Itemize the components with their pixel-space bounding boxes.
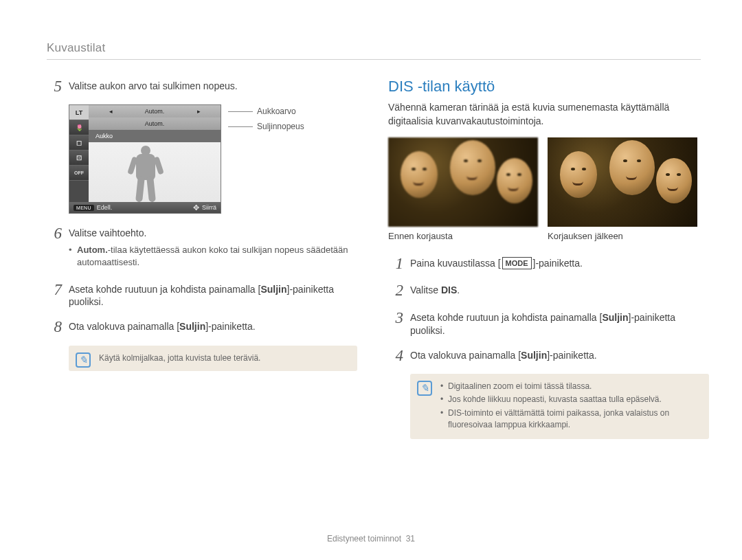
step-body: Ota valokuva painamalla [Suljin]-painike… xyxy=(410,347,597,364)
step-7: 7 Aseta kohde ruutuun ja kohdista painam… xyxy=(47,281,359,309)
dis-step-3: 3 Aseta kohde ruutuun ja kohdista painam… xyxy=(388,309,701,337)
lcd-legend: Aukkoarvo Suljinnopeus xyxy=(228,104,304,133)
note-item: Jos kohde liikkuu nopeasti, kuvasta saat… xyxy=(440,394,699,405)
lcd-illustration: LT 🌷 ◻ ⊡ OFF ◂ Autom. ▸ Autom. xyxy=(69,104,359,214)
step-number: 6 xyxy=(47,225,62,271)
dpad-icon: ✥ xyxy=(193,204,199,212)
focus-icon: ◻ xyxy=(69,135,89,150)
legend-aukkoarvo: Aukkoarvo xyxy=(257,107,296,116)
menu-icon: MENU xyxy=(74,205,94,211)
step-number: 4 xyxy=(388,347,403,364)
dis-step-1: 1 Paina kuvaustilassa [MODE]-painiketta. xyxy=(388,255,701,272)
lcd-move: ✥Siirrä xyxy=(193,204,216,212)
breadcrumb: Kuvaustilat xyxy=(47,41,701,55)
lcd-back: MENUEdell. xyxy=(74,204,112,211)
step-number: 7 xyxy=(47,281,62,309)
col-right: DIS -tilan käyttö Vähennä kameran tärinä… xyxy=(388,78,701,439)
caption-before: Ennen korjausta xyxy=(388,231,538,241)
off-icon: OFF xyxy=(69,166,89,181)
step-body: Aseta kohde ruutuun ja kohdista painamal… xyxy=(69,281,359,309)
row2-value: Autom. xyxy=(89,120,221,127)
lcd-row-3: Aukko xyxy=(89,130,221,142)
note-text: Digitaalinen zoom ei toimi tässä tilassa… xyxy=(440,381,699,432)
intro-text: Vähennä kameran tärinää ja estä kuvia su… xyxy=(388,101,701,128)
note-icon: ✎ xyxy=(76,352,91,368)
note-box-dis: ✎ Digitaalinen zoom ei toimi tässä tilas… xyxy=(410,374,709,440)
dis-step-4: 4 Ota valokuva painamalla [Suljin]-paini… xyxy=(388,347,701,364)
img-before xyxy=(388,137,538,227)
page: Kuvaustilat 5 Valitse aukon arvo tai sul… xyxy=(0,0,742,560)
legend-suljinnopeus: Suljinnopeus xyxy=(257,122,304,131)
person-silhouette-icon xyxy=(126,144,164,202)
step-body: Ota valokuva painamalla [Suljin]-painike… xyxy=(69,318,256,335)
note-icon: ✎ xyxy=(417,381,432,396)
step-body: Aseta kohde ruutuun ja kohdista painamal… xyxy=(410,309,701,337)
step-6: 6 Valitse vaihtoehto. Autom.-tilaa käyte… xyxy=(47,225,359,271)
metering-icon: ⊡ xyxy=(69,150,89,166)
step-body: Valitse DIS. xyxy=(410,282,460,299)
caption-after: Korjauksen jälkeen xyxy=(548,231,697,241)
step-8: 8 Ota valokuva painamalla [Suljin]-paini… xyxy=(47,318,359,335)
lcd-bottom-bar: MENUEdell. ✥Siirrä xyxy=(69,202,221,213)
col-left: 5 Valitse aukon arvo tai sulkimen nopeus… xyxy=(47,78,359,439)
dis-step-2: 2 Valitse DIS. xyxy=(388,282,701,299)
row3-label: Aukko xyxy=(95,133,113,139)
mode-button-label: MODE xyxy=(502,257,532,269)
step-number: 1 xyxy=(388,255,403,272)
topbar-value: Autom. xyxy=(133,105,177,117)
img-after xyxy=(548,137,697,227)
mode-lt-icon: LT xyxy=(69,105,89,120)
step-body: Paina kuvaustilassa [MODE]-painiketta. xyxy=(410,255,583,272)
heading-dis: DIS -tilan käyttö xyxy=(388,78,701,96)
note-item: Digitaalinen zoom ei toimi tässä tilassa… xyxy=(440,381,699,392)
step-number: 5 xyxy=(47,78,62,95)
lcd-top-row: ◂ Autom. ▸ xyxy=(89,105,221,117)
note-box-tripod: ✎ Käytä kolmijalkaa, jotta kuvista tulee… xyxy=(69,346,357,371)
dis-sample-images xyxy=(388,137,701,227)
footer: Edistyneet toiminnot 31 xyxy=(0,534,742,544)
step-number: 8 xyxy=(47,318,62,335)
dis-captions: Ennen korjausta Korjauksen jälkeen xyxy=(388,231,701,241)
lcd-sidebar: LT 🌷 ◻ ⊡ OFF xyxy=(69,105,89,213)
lcd-screen: LT 🌷 ◻ ⊡ OFF ◂ Autom. ▸ Autom. xyxy=(69,104,221,214)
note-item: DIS-toiminto ei välttämättä toimi paikas… xyxy=(440,407,699,432)
divider xyxy=(47,59,701,60)
step-number: 2 xyxy=(388,282,403,299)
columns: 5 Valitse aukon arvo tai sulkimen nopeus… xyxy=(47,78,701,439)
macro-icon: 🌷 xyxy=(69,120,89,135)
lcd-body xyxy=(89,142,221,202)
lcd-row-2: Autom. xyxy=(89,117,221,130)
chevron-right-icon: ▸ xyxy=(177,105,221,117)
step6-bullet: Autom.-tilaa käytettäessä aukon koko tai… xyxy=(69,244,359,269)
step-5: 5 Valitse aukon arvo tai sulkimen nopeus… xyxy=(47,78,359,95)
chevron-left-icon: ◂ xyxy=(89,105,133,117)
step-body: Valitse aukon arvo tai sulkimen nopeus. xyxy=(69,78,238,95)
step-number: 3 xyxy=(388,309,403,337)
note-text: Käytä kolmijalkaa, jotta kuvista tulee t… xyxy=(99,352,348,364)
step-body: Valitse vaihtoehto. Autom.-tilaa käytett… xyxy=(69,225,359,271)
